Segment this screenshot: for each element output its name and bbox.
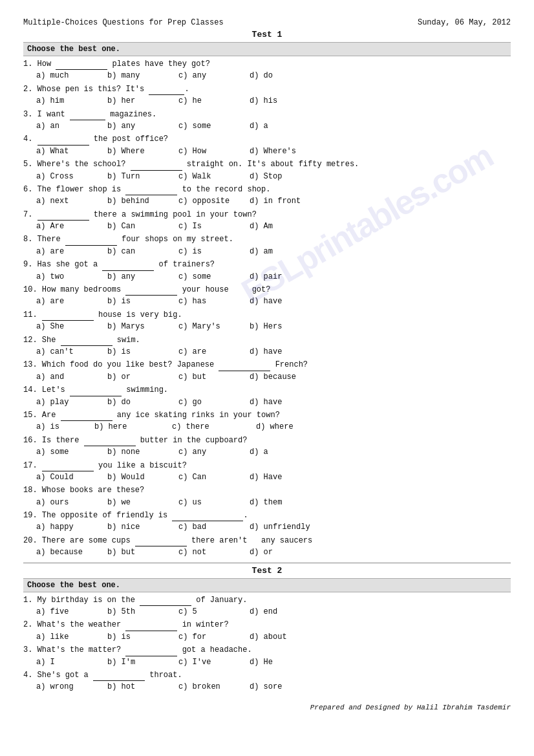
question-1: 1. How plates have they got? a) muchb) m… bbox=[23, 59, 511, 82]
test2-section-header: Choose the best one. bbox=[23, 578, 511, 592]
test2-question-2: 2. What's the weather in winter? a) like… bbox=[23, 620, 511, 643]
test2-question-3: 3. What's the matter? got a headache. a)… bbox=[23, 645, 511, 668]
question-11: 11. house is very big. a) Sheb) Marysc) … bbox=[23, 310, 511, 333]
question-18: 18. Whose books are these? a) oursb) wec… bbox=[23, 485, 511, 508]
test2-question-1: 1. My birthday is on the of January. a) … bbox=[23, 595, 511, 618]
question-10: 10. How many bedrooms your house got? a)… bbox=[23, 285, 511, 308]
question-17: 17. you like a biscuit? a) Couldb) Would… bbox=[23, 460, 511, 484]
question-14: 14. Let's swimming. a) playb) doc) god) … bbox=[23, 385, 511, 408]
question-3: 3. I want magazines. a) anb) anyc) somed… bbox=[23, 109, 511, 133]
question-15: 15. Are any ice skating rinks in your to… bbox=[23, 410, 511, 433]
test2-question-4: 4. She's got a throat. a) wrongb) hotc) … bbox=[23, 670, 511, 693]
test1-questions: 1. How plates have they got? a) muchb) m… bbox=[23, 59, 511, 559]
question-4: 4. the post office? a) Whatb) Wherec) Ho… bbox=[23, 134, 511, 157]
question-13: 13. Which food do you like best? Japanes… bbox=[23, 360, 511, 383]
question-12: 12. She swim. a) can'tb) isc) ared) have bbox=[23, 335, 511, 358]
question-9: 9. Has she got a of trainers? a) twob) a… bbox=[23, 259, 511, 283]
question-6: 6. The flower shop is to the record shop… bbox=[23, 184, 511, 208]
test1-title: Test 1 bbox=[23, 30, 511, 39]
test1-section-header: Choose the best one. bbox=[23, 42, 511, 56]
test2-title: Test 2 bbox=[23, 566, 511, 576]
header-left: Multiple-Choices Questions for Prep Clas… bbox=[23, 18, 224, 27]
footer-text: Prepared and Designed by Halil Ibrahim T… bbox=[23, 704, 511, 711]
question-20: 20. There are some cups there aren't any… bbox=[23, 535, 511, 559]
header-right: Sunday, 06 May, 2012 bbox=[418, 18, 511, 27]
question-5: 5. Where's the school? straight on. It's… bbox=[23, 159, 511, 182]
question-19: 19. The opposite of friendly is . a) hap… bbox=[23, 510, 511, 534]
question-16: 16. Is there butter in the cupboard? a) … bbox=[23, 435, 511, 459]
question-7: 7. there a swimming pool in your town? a… bbox=[23, 210, 511, 233]
question-8: 8. There four shops on my street. a) are… bbox=[23, 234, 511, 257]
test2-questions: 1. My birthday is on the of January. a) … bbox=[23, 595, 511, 693]
question-2: 2. Whose pen is this? It's . a) himb) he… bbox=[23, 84, 511, 107]
